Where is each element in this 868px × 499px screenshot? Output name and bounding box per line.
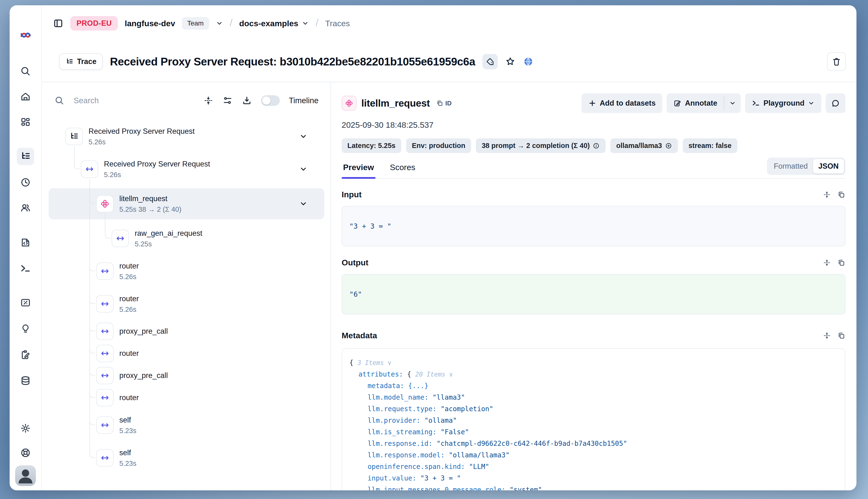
playground-terminal-icon[interactable]	[17, 260, 34, 277]
tree-item-label: router	[119, 349, 139, 358]
tree-item-router[interactable]: router5.26s	[42, 290, 331, 318]
tab-preview[interactable]: Preview	[342, 163, 376, 178]
tree-item-proxy-pre-call[interactable]: proxy_pre_call	[42, 367, 331, 385]
annotate-button[interactable]: Annotate	[667, 93, 724, 113]
metadata-json-viewer[interactable]: { 3 Items ∨attributes: { 20 Items ∨metad…	[342, 349, 845, 490]
input-section-header: Input	[342, 190, 845, 199]
fold-vertical-icon[interactable]	[823, 331, 831, 340]
dashboard-grid-icon[interactable]	[17, 113, 34, 131]
prompts-file-code-icon[interactable]	[17, 234, 34, 251]
datasets-database-icon[interactable]	[17, 372, 34, 389]
chevron-down-icon	[808, 100, 815, 107]
sessions-clock-icon[interactable]	[17, 174, 34, 191]
breadcrumb-section[interactable]: Traces	[325, 19, 350, 28]
tree-item-proxy-pre-call[interactable]: proxy_pre_call	[42, 322, 331, 340]
tree-item-raw-gen-ai-request[interactable]: raw_gen_ai_request5.25s	[42, 224, 331, 253]
copy-id-button[interactable]: ID	[436, 100, 452, 107]
tree-item-received-proxy-server-request[interactable]: Received Proxy Server Request5.26s	[42, 155, 331, 183]
public-share-button[interactable]	[523, 56, 534, 67]
fold-vertical-icon[interactable]	[823, 191, 831, 199]
json-line: llm.is_streaming: "False"	[349, 426, 838, 438]
observation-actions: Add to datasets Annotate	[582, 93, 845, 113]
metric-badges: Latency: 5.25sEnv: production38 prompt →…	[342, 138, 845, 153]
tag-button[interactable]	[482, 54, 498, 69]
project-selector[interactable]: docs-examples	[239, 19, 309, 28]
format-option-formatted[interactable]: Formatted	[768, 159, 813, 173]
chevron-down-icon[interactable]	[299, 132, 307, 141]
span-icon	[81, 160, 98, 178]
tree-item-router[interactable]: router5.26s	[42, 257, 331, 285]
info-icon[interactable]	[592, 142, 600, 149]
format-option-json[interactable]: JSON	[813, 159, 844, 173]
search-icon[interactable]	[17, 63, 34, 80]
evaluation-lightbulb-icon[interactable]	[17, 320, 34, 337]
output-section-header: Output	[342, 258, 845, 267]
tree-settings-button[interactable]	[222, 96, 233, 106]
tree-item-self[interactable]: self5.23s	[42, 411, 331, 439]
chat-bubble-icon	[831, 99, 840, 108]
tree-item-litellm-request[interactable]: litellm_request5.25s 38 → 2 (Σ 40)	[42, 190, 331, 218]
metric-badge: Latency: 5.25s	[342, 138, 401, 153]
user-avatar[interactable]	[15, 465, 36, 486]
tree-item-label: router	[119, 393, 139, 402]
tree-item-router[interactable]: router	[42, 389, 331, 406]
copy-icon[interactable]	[837, 259, 845, 267]
tree-item-duration: 5.25s	[135, 240, 202, 248]
download-button[interactable]	[242, 96, 252, 106]
tree-item-self[interactable]: self5.23s	[42, 444, 331, 472]
chevron-down-icon[interactable]	[299, 165, 307, 173]
org-name[interactable]: langfuse-dev	[125, 19, 175, 28]
add-to-datasets-button[interactable]: Add to datasets	[582, 93, 662, 113]
json-line: llm.response.model: "ollama/llama3"	[349, 449, 838, 461]
copy-icon[interactable]	[837, 191, 845, 199]
annotate-dropdown-button[interactable]	[724, 93, 741, 113]
scores-card-icon[interactable]	[17, 294, 34, 311]
copy-icon[interactable]	[837, 331, 845, 340]
generation-icon	[342, 96, 356, 111]
input-value: "3 + 3 = "	[342, 206, 845, 246]
observation-tree: Received Proxy Server Request5.26sReceiv…	[42, 119, 331, 490]
chevron-down-icon[interactable]	[299, 200, 307, 208]
fold-vertical-icon[interactable]	[823, 259, 831, 267]
settings-gear-icon[interactable]	[17, 419, 34, 437]
collapse-all-button[interactable]	[203, 96, 213, 106]
delete-trace-button[interactable]	[827, 52, 846, 71]
tree-search-input[interactable]: Search	[74, 96, 194, 105]
tree-item-label: proxy_pre_call	[119, 371, 168, 380]
comments-button[interactable]	[826, 93, 845, 113]
tab-scores[interactable]: Scores	[389, 163, 417, 178]
annotation-clipboard-icon[interactable]	[17, 346, 34, 363]
input-heading: Input	[342, 190, 362, 199]
langfuse-logo-icon[interactable]	[17, 26, 34, 44]
star-button[interactable]	[505, 56, 515, 67]
tree-item-label: router	[119, 262, 139, 270]
tree-item-received-proxy-server-request[interactable]: Received Proxy Server Request5.26s	[42, 122, 331, 150]
users-icon[interactable]	[17, 199, 34, 217]
trace-title-bar: Trace Received Proxy Server Request: b30…	[42, 41, 856, 82]
metric-badge: Env: production	[406, 138, 471, 153]
org-chevron-down-icon[interactable]	[216, 20, 223, 27]
span-icon	[96, 367, 113, 384]
home-icon[interactable]	[17, 88, 34, 105]
tracing-tree-icon[interactable]	[17, 148, 34, 165]
json-line: input.value: "3 + 3 = "	[349, 473, 838, 484]
tree-item-router[interactable]: router	[42, 344, 331, 362]
tree-toolbar: Search Timeline	[42, 82, 331, 119]
detail-tabs: Preview Scores Formatted JSON	[342, 163, 845, 179]
sidebar-toggle-icon[interactable]	[53, 18, 63, 29]
timeline-toggle-label: Timeline	[289, 96, 319, 105]
json-line: llm.model_name: "llama3"	[349, 392, 838, 403]
plus-circle-icon[interactable]	[665, 142, 672, 149]
trace-type-chip: Trace	[59, 53, 103, 70]
fold-vertical-icon	[203, 96, 213, 106]
span-icon	[96, 345, 113, 362]
span-icon	[96, 322, 113, 340]
observation-timestamp: 2025-09-30 18:48:25.537	[342, 120, 845, 130]
timeline-toggle[interactable]	[261, 95, 280, 106]
tree-item-label: proxy_pre_call	[119, 327, 168, 336]
tree-item-duration: 5.26s	[88, 138, 195, 146]
tree-item-duration: 5.26s	[119, 273, 139, 281]
support-lifebuoy-icon[interactable]	[17, 444, 34, 461]
playground-button[interactable]: Playground	[745, 93, 821, 113]
sliders-icon	[222, 96, 233, 106]
